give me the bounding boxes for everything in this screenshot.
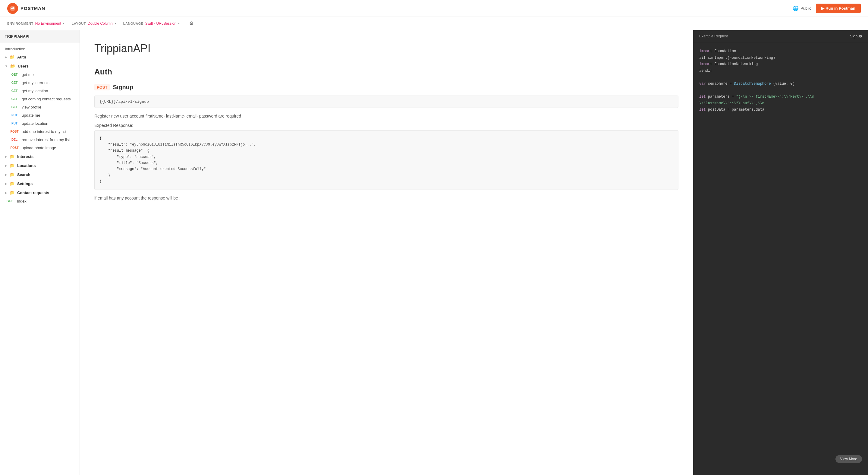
sidebar-item-contact[interactable]: ▶ 📁 Contact requests: [0, 188, 80, 197]
svg-point-1: [13, 7, 14, 8]
update-location-label: update location: [22, 121, 48, 126]
foundation-text: Foundation: [714, 49, 736, 53]
response-code-block: { "result": "eyJhbGciOiJIUzI1NiIsInR5cCI…: [94, 130, 678, 190]
signup-description: Register new user account firstName- las…: [94, 113, 678, 119]
sidebar-item-users[interactable]: ▼ 📂 Users: [0, 62, 80, 70]
layout-value[interactable]: Double Column: [88, 22, 113, 26]
signup-url: {{URL}}/api/v1/signup: [94, 96, 678, 108]
public-label: Public: [801, 6, 811, 10]
signup-title: Signup: [113, 84, 133, 91]
sidebar-item-remove-interest[interactable]: DEL remove interest from my list: [0, 136, 80, 144]
sidebar: TRIPPIANAPI Introduction ▶ 📁 Auth ▼ 📂 Us…: [0, 30, 80, 475]
auth-chevron-icon: ▶: [5, 56, 7, 59]
semaphore-args: (value: 0): [773, 82, 795, 86]
sidebar-item-settings[interactable]: ▶ 📁 Settings: [0, 179, 80, 188]
update-me-label: update me: [22, 113, 40, 118]
sidebar-item-upload-photo[interactable]: POST upload photo image: [0, 144, 80, 152]
post-badge: POST: [10, 130, 19, 133]
search-folder-icon: 📁: [10, 172, 15, 177]
sidebar-item-index[interactable]: GET Index: [0, 197, 80, 205]
var-keyword: var: [699, 82, 706, 86]
sidebar-item-get-me[interactable]: GET get me: [0, 70, 80, 79]
contact-folder-label: Contact requests: [17, 190, 49, 195]
upload-photo-label: upload photo image: [22, 146, 56, 150]
settings-icon[interactable]: ⚙: [189, 21, 193, 26]
del-badge: DEL: [10, 138, 19, 141]
endif-text: #endif: [699, 69, 712, 73]
content-area: TrippianAPI Auth POST Signup {{URL}}/api…: [80, 30, 868, 475]
import-keyword-2: import: [699, 62, 712, 66]
toolbar: ENVIRONMENT No Environment ▾ LAYOUT Doub…: [0, 17, 868, 30]
interests-folder-label: Interests: [17, 154, 33, 159]
search-folder-label: Search: [17, 172, 30, 177]
lang-label: LANGUAGE: [123, 22, 144, 25]
search-chevron-icon: ▶: [5, 173, 7, 176]
settings-folder-label: Settings: [17, 182, 33, 186]
env-label: ENVIRONMENT: [7, 22, 33, 25]
code-line-2: #if canImport(FoundationNetworking): [699, 55, 862, 62]
lang-chevron-icon[interactable]: ▾: [178, 22, 180, 25]
get-my-interests-label: get my interests: [22, 81, 50, 85]
get-badge: GET: [10, 73, 19, 76]
params-text: parameters =: [708, 95, 736, 99]
let-keyword-2: let: [699, 107, 706, 112]
users-chevron-icon: ▼: [5, 64, 8, 68]
env-chevron-icon[interactable]: ▾: [63, 22, 64, 25]
sidebar-item-locations[interactable]: ▶ 📁 Locations: [0, 161, 80, 170]
locations-folder-icon: 📁: [10, 163, 15, 168]
sidebar-item-get-my-location[interactable]: GET get my location: [0, 87, 80, 95]
post-badge: POST: [10, 146, 19, 150]
sidebar-item-add-interest[interactable]: POST add one interest to my list: [0, 127, 80, 136]
code-line-3: import FoundationNetworking: [699, 61, 862, 68]
interests-folder-icon: 📁: [10, 154, 15, 159]
semaphore-text: semaphore =: [708, 82, 734, 86]
code-panel-header: Example Request Signup: [693, 30, 868, 42]
settings-chevron-icon: ▶: [5, 182, 7, 185]
sidebar-item-auth[interactable]: ▶ 📁 Auth: [0, 53, 80, 62]
sidebar-item-update-me[interactable]: PUT update me: [0, 111, 80, 119]
code-line-5: var semaphore = DispatchSemaphore (value…: [699, 81, 862, 87]
main-layout: TRIPPIANAPI Introduction ▶ 📁 Auth ▼ 📂 Us…: [0, 30, 868, 475]
contact-folder-icon: 📁: [10, 190, 15, 195]
view-profile-label: view profile: [22, 105, 41, 109]
put-badge: PUT: [10, 114, 19, 117]
layout-chevron-icon[interactable]: ▾: [115, 22, 116, 25]
canImport-text: #if canImport(FoundationNetworking): [699, 56, 775, 60]
run-in-postman-button[interactable]: ▶ Run in Postman: [816, 4, 861, 13]
code-line-4: #endif: [699, 68, 862, 74]
if-email-text: if email has any account the response wi…: [94, 195, 678, 201]
env-value[interactable]: No Environment: [35, 22, 61, 26]
sidebar-item-get-contact-requests[interactable]: GET get coming contact requests: [0, 95, 80, 103]
get-my-location-label: get my location: [22, 89, 48, 93]
settings-folder-icon: 📁: [10, 181, 15, 186]
sidebar-item-get-my-interests[interactable]: GET get my interests: [0, 79, 80, 87]
index-label: Index: [17, 199, 27, 203]
code-line-7: let postData = parameters.data: [699, 107, 862, 113]
sidebar-item-interests[interactable]: ▶ 📁 Interests: [0, 152, 80, 161]
put-badge: PUT: [10, 122, 19, 125]
sidebar-introduction-label[interactable]: Introduction: [0, 43, 80, 53]
lang-value[interactable]: Swift - URLSession: [145, 22, 176, 26]
globe-icon: 🌐: [793, 5, 799, 11]
dispatch-type: DispatchSemaphore: [734, 82, 771, 86]
interests-chevron-icon: ▶: [5, 155, 7, 158]
contact-chevron-icon: ▶: [5, 191, 7, 194]
users-folder-label: Users: [18, 64, 29, 68]
postman-logo-icon: [7, 3, 18, 14]
post-method-badge: POST: [94, 84, 110, 90]
get-me-label: get me: [22, 72, 34, 77]
sidebar-item-update-location[interactable]: PUT update location: [0, 119, 80, 127]
view-more-button[interactable]: View More: [835, 455, 862, 463]
get-badge: GET: [10, 89, 19, 93]
get-badge: GET: [10, 81, 19, 85]
sidebar-item-view-profile[interactable]: GET view profile: [0, 103, 80, 111]
sidebar-item-search[interactable]: ▶ 📁 Search: [0, 170, 80, 179]
code-line-6: let parameters = "{\\n \\"firstName\\":\…: [699, 94, 862, 107]
logo-area: POSTMAN: [7, 3, 45, 14]
expected-response-label: Expected Response:: [94, 123, 678, 128]
layout-group: LAYOUT Double Column ▾: [72, 22, 116, 26]
response-json: { "result": "eyJhbGciOiJIUzI1NiIsInR5cCI…: [99, 136, 256, 184]
nav-right: 🌐 Public ▶ Run in Postman: [793, 4, 861, 13]
example-request-label: Example Request: [699, 34, 728, 38]
get-badge: GET: [10, 97, 19, 101]
